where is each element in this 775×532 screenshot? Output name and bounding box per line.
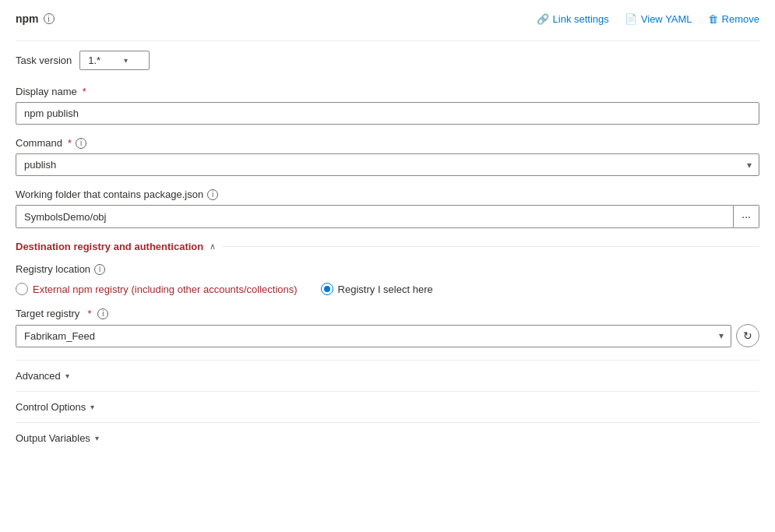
working-folder-info-icon[interactable]: i — [207, 189, 218, 200]
display-name-group: Display name * — [16, 86, 759, 125]
command-label: Command — [16, 137, 62, 149]
task-version-chevron: ▾ — [124, 56, 128, 65]
command-select-wrapper: publish install ci custom ▾ — [16, 153, 759, 176]
external-registry-option[interactable]: External npm registry (including other a… — [16, 283, 298, 295]
target-registry-label-row: Target registry * i — [16, 308, 759, 319]
command-label-row: Command * i — [16, 137, 759, 149]
control-options-section: Control Options ▾ — [16, 391, 759, 422]
display-name-label-row: Display name * — [16, 86, 759, 97]
output-variables-header[interactable]: Output Variables ▾ — [16, 432, 759, 444]
registry-location-group: Registry location i External npm registr… — [16, 263, 759, 295]
registry-location-label-row: Registry location i — [16, 263, 759, 275]
link-icon: 🔗 — [537, 13, 549, 25]
advanced-header[interactable]: Advanced ▾ — [16, 370, 759, 382]
destination-section-toggle[interactable]: ∧ — [210, 241, 216, 252]
target-registry-group: Target registry * i Fabrikam_Feed ▾ ↻ — [16, 308, 759, 347]
target-registry-label: Target registry — [16, 308, 79, 319]
target-registry-select[interactable]: Fabrikam_Feed — [16, 325, 731, 347]
npm-info-icon[interactable]: i — [44, 13, 55, 24]
output-variables-label: Output Variables — [16, 432, 90, 444]
task-version-row: Task version 1.* ▾ — [16, 51, 759, 70]
registry-location-options: External npm registry (including other a… — [16, 283, 759, 295]
command-required: * — [68, 137, 72, 149]
registry-location-label: Registry location — [16, 263, 90, 275]
working-folder-label: Working folder that contains package.jso… — [16, 188, 203, 200]
working-folder-input-row: ··· — [16, 205, 759, 228]
working-folder-label-row: Working folder that contains package.jso… — [16, 188, 759, 200]
header-left: npm i — [16, 12, 55, 25]
select-here-radio[interactable] — [321, 283, 333, 295]
task-version-select[interactable]: 1.* ▾ — [79, 51, 150, 70]
external-registry-label: External npm registry (including other a… — [33, 284, 298, 295]
registry-location-info-icon[interactable]: i — [94, 264, 105, 275]
working-folder-group: Working folder that contains package.jso… — [16, 188, 759, 228]
select-here-option[interactable]: Registry I select here — [321, 283, 433, 295]
target-registry-refresh-button[interactable]: ↻ — [736, 324, 759, 347]
command-select[interactable]: publish install ci custom — [16, 153, 759, 176]
output-variables-section: Output Variables ▾ — [16, 422, 759, 453]
yaml-icon: 📄 — [625, 13, 637, 25]
command-info-icon[interactable]: i — [76, 138, 86, 149]
refresh-icon: ↻ — [743, 329, 752, 342]
display-name-required: * — [83, 86, 86, 97]
target-registry-select-wrapper: Fabrikam_Feed ▾ — [16, 325, 731, 347]
target-registry-required: * — [87, 308, 91, 319]
advanced-chevron: ▾ — [65, 372, 69, 380]
destination-section-line — [222, 246, 759, 247]
view-yaml-button[interactable]: 📄 View YAML — [625, 13, 692, 25]
ellipsis-icon: ··· — [742, 210, 751, 223]
output-variables-chevron: ▾ — [95, 434, 99, 442]
destination-section-title: Destination registry and authentication — [16, 241, 203, 252]
advanced-label: Advanced — [16, 370, 61, 382]
link-settings-button[interactable]: 🔗 Link settings — [537, 13, 609, 25]
control-options-chevron: ▾ — [90, 403, 94, 411]
target-registry-select-row: Fabrikam_Feed ▾ ↻ — [16, 324, 759, 347]
link-settings-label: Link settings — [553, 13, 609, 25]
working-folder-input[interactable] — [16, 205, 734, 228]
task-version-value: 1.* — [88, 55, 100, 66]
npm-title: npm — [16, 12, 39, 25]
advanced-section: Advanced ▾ — [16, 360, 759, 391]
select-here-radio-dot — [324, 286, 330, 292]
display-name-input[interactable] — [16, 102, 759, 125]
control-options-label: Control Options — [16, 401, 86, 413]
header-actions: 🔗 Link settings 📄 View YAML 🗑 Remove — [537, 13, 759, 25]
command-group: Command * i publish install ci custom ▾ — [16, 137, 759, 176]
target-registry-info-icon[interactable]: i — [97, 308, 108, 319]
task-version-label: Task version — [16, 55, 72, 66]
display-name-label: Display name — [16, 86, 77, 97]
external-registry-radio[interactable] — [16, 283, 28, 295]
remove-label: Remove — [722, 13, 759, 25]
remove-button[interactable]: 🗑 Remove — [708, 13, 759, 25]
view-yaml-label: View YAML — [641, 13, 692, 25]
select-here-label: Registry I select here — [338, 284, 433, 295]
working-folder-ellipsis-button[interactable]: ··· — [734, 205, 759, 228]
destination-section-header: Destination registry and authentication … — [16, 241, 759, 252]
trash-icon: 🗑 — [708, 13, 718, 25]
control-options-header[interactable]: Control Options ▾ — [16, 401, 759, 413]
header-divider — [16, 41, 759, 41]
